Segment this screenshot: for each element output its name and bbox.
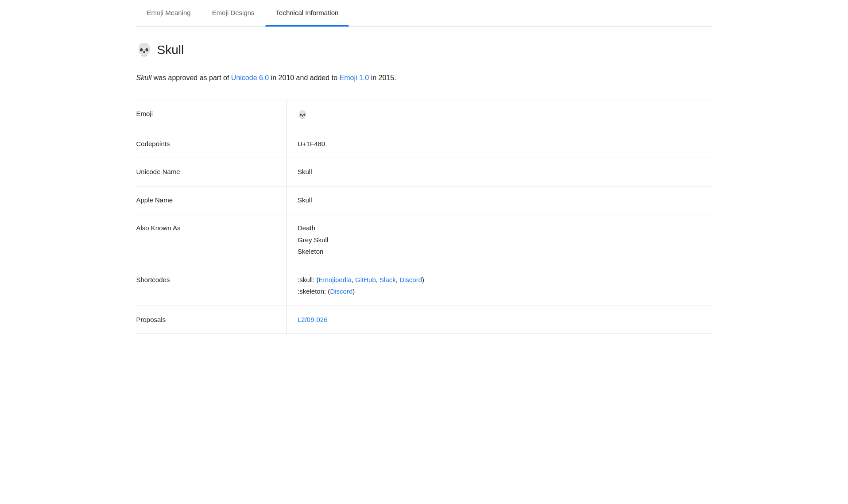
page-title: 💀 Skull (136, 41, 712, 59)
emoji-version-link[interactable]: Emoji 1.0 (339, 74, 369, 81)
tab-emoji-meaning[interactable]: Emoji Meaning (136, 0, 201, 26)
shortcode-separator: , (376, 276, 379, 283)
table-row: Proposals L2/09-026 (136, 306, 712, 334)
table-cell-label: Also Known As (136, 214, 287, 266)
description-text2: in 2010 and added to (269, 74, 339, 81)
description: Skull was approved as part of Unicode 6.… (136, 72, 712, 84)
table-cell-label: Emoji (136, 100, 287, 130)
shortcode-prefix: :skeleton: ( (298, 287, 330, 295)
table-row: Also Known As Death Grey Skull Skeleton (136, 214, 712, 266)
table-row: Codepoints U+1F480 (136, 130, 712, 158)
table-row: Apple Name Skull (136, 186, 712, 214)
table-cell-label: Codepoints (136, 130, 287, 158)
list-item: Grey Skull (298, 235, 705, 245)
table-cell-value: L2/09-026 (287, 306, 712, 334)
title-emoji: 💀 (136, 41, 152, 59)
shortcode-link-slack[interactable]: Slack (379, 276, 396, 283)
list-item: Death (298, 223, 705, 233)
table-cell-value: Death Grey Skull Skeleton (287, 214, 712, 266)
table-cell-label: Proposals (136, 306, 287, 334)
shortcode-prefix: :skull: ( (298, 276, 319, 283)
unicode-link[interactable]: Unicode 6.0 (231, 74, 269, 81)
table-cell-label: Apple Name (136, 186, 287, 214)
shortcode-link-discord-2[interactable]: Discord (330, 287, 352, 295)
table-row: Emoji 💀 (136, 100, 712, 130)
emoji-value: 💀 (298, 110, 307, 119)
shortcodes-list: :skull: (Emojipedia, GitHub, Slack, Disc… (298, 275, 705, 297)
tab-technical-information[interactable]: Technical Information (265, 0, 349, 26)
shortcode-link-github[interactable]: GitHub (355, 276, 376, 283)
tab-emoji-designs[interactable]: Emoji Designs (201, 0, 265, 26)
shortcode-link-emojipedia[interactable]: Emojipedia (319, 276, 352, 283)
shortcode-line: :skull: (Emojipedia, GitHub, Slack, Disc… (298, 275, 705, 285)
list-item: Skeleton (298, 247, 705, 257)
shortcode-separator: , (352, 276, 355, 283)
table-row: Unicode Name Skull (136, 158, 712, 186)
shortcode-suffix: ) (422, 276, 424, 283)
table-cell-value: :skull: (Emojipedia, GitHub, Slack, Disc… (287, 266, 712, 306)
description-text1: was approved as part of (151, 74, 231, 81)
info-table: Emoji 💀 Codepoints U+1F480 Unicode Name … (136, 100, 712, 334)
table-cell-value: U+1F480 (287, 130, 712, 158)
table-cell-value: Skull (287, 186, 712, 214)
table-row: Shortcodes :skull: (Emojipedia, GitHub, … (136, 266, 712, 306)
shortcode-suffix: ) (352, 287, 355, 295)
tabs-nav: Emoji Meaning Emoji Designs Technical In… (136, 0, 712, 27)
description-text3: in 2015. (369, 74, 396, 81)
also-known-as-list: Death Grey Skull Skeleton (298, 223, 705, 257)
title-text: Skull (157, 41, 184, 59)
proposal-link[interactable]: L2/09-026 (298, 316, 328, 323)
table-cell-label: Unicode Name (136, 158, 287, 186)
shortcode-link-discord[interactable]: Discord (399, 276, 422, 283)
shortcode-line: :skeleton: (Discord) (298, 287, 705, 297)
table-cell-value: Skull (287, 158, 712, 186)
shortcode-separator: , (396, 276, 399, 283)
description-emoji-name: Skull (136, 74, 152, 81)
page-wrapper: Emoji Meaning Emoji Designs Technical In… (119, 0, 730, 334)
table-cell-label: Shortcodes (136, 266, 287, 306)
table-cell-value: 💀 (287, 100, 712, 130)
